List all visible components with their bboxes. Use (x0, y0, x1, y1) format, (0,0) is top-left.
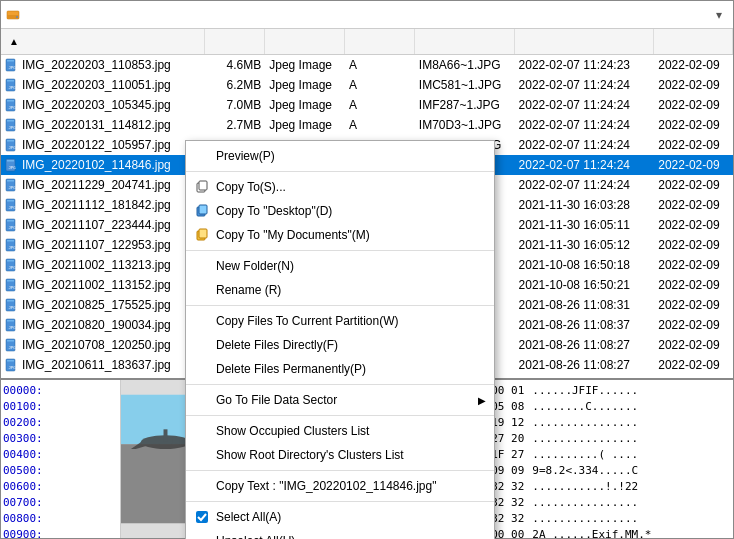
cell-name: JPG IMG_20211002_113213.jpg (1, 258, 205, 272)
hex-ascii: ........C....... (532, 400, 638, 413)
hex-addresses: 00000:00100:00200:00300:00400:00500:0060… (1, 380, 121, 538)
menu-label: Show Root Directory's Clusters List (216, 448, 404, 462)
drive-icon (5, 7, 21, 23)
menu-item-rename[interactable]: Rename (R) (186, 278, 494, 302)
table-row[interactable]: JPG IMG_20220131_114812.jpg 2.7MB Jpeg I… (1, 115, 733, 135)
col-header-size[interactable] (205, 29, 265, 54)
table-row[interactable]: JPG IMG_20220203_105345.jpg 7.0MB Jpeg I… (1, 95, 733, 115)
cell-modifytime: 2021-08-26 11:08:31 (515, 298, 655, 312)
svg-text:JPG: JPG (8, 225, 16, 230)
file-icon: JPG (5, 58, 19, 72)
file-icon: JPG (5, 98, 19, 112)
cell-size: 2.7MB (205, 118, 265, 132)
hex-address-row: 00200: (3, 414, 118, 430)
hex-address: 00700: (3, 496, 48, 509)
context-menu: Preview(P)Copy To(S)...Copy To "Desktop"… (185, 140, 495, 539)
menu-label: Delete Files Permanently(P) (216, 362, 366, 376)
table-row[interactable]: JPG IMG_20220203_110051.jpg 6.2MB Jpeg I… (1, 75, 733, 95)
menu-label: Go To File Data Sector (216, 393, 337, 407)
svg-rect-28 (7, 220, 14, 222)
col-header-filetype[interactable] (265, 29, 345, 54)
hex-address: 00300: (3, 432, 48, 445)
cell-createtime: 2022-02-09 (654, 178, 733, 192)
cell-filetype: Jpeg Image (265, 78, 345, 92)
file-icon: JPG (5, 238, 19, 252)
cell-createtime: 2022-02-09 (654, 338, 733, 352)
file-icon: JPG (5, 338, 19, 352)
menu-icon (194, 148, 210, 164)
svg-text:JPG: JPG (8, 265, 16, 270)
col-header-shortname[interactable] (415, 29, 515, 54)
menu-label: Copy Text : "IMG_20220102_114846.jpg" (216, 479, 436, 493)
menu-item-copyfiles[interactable]: Copy Files To Current Partition(W) (186, 309, 494, 333)
svg-text:JPG: JPG (8, 65, 16, 70)
cell-name: JPG IMG_20210708_120250.jpg (1, 338, 205, 352)
cell-name: JPG IMG_20220203_110051.jpg (1, 78, 205, 92)
menu-item-copytext[interactable]: Copy Text : "IMG_20220102_114846.jpg" (186, 474, 494, 498)
svg-rect-46 (7, 340, 14, 342)
filename: IMG_20220131_114812.jpg (22, 118, 171, 132)
cell-modifytime: 2021-08-26 11:08:37 (515, 318, 655, 332)
menu-icon (194, 179, 210, 195)
menu-separator (186, 415, 494, 416)
menu-icon (194, 337, 210, 353)
svg-text:JPG: JPG (8, 305, 16, 310)
file-icon: JPG (5, 158, 19, 172)
menu-item-newfolder[interactable]: New Folder(N) (186, 254, 494, 278)
hex-address-row: 00600: (3, 478, 118, 494)
hex-ascii: ................ (532, 512, 638, 525)
svg-rect-37 (7, 280, 14, 282)
svg-text:JPG: JPG (8, 285, 16, 290)
cell-size: 4.6MB (205, 58, 265, 72)
menu-item-preview[interactable]: Preview(P) (186, 144, 494, 168)
svg-rect-40 (7, 300, 14, 302)
cell-createtime: 2022-02-09 (654, 318, 733, 332)
cell-createtime: 2022-02-09 (654, 298, 733, 312)
menu-item-copyto[interactable]: Copy To(S)... (186, 175, 494, 199)
cell-createtime: 2022-02-09 (654, 218, 733, 232)
cell-shortname: IMC581~1.JPG (415, 78, 515, 92)
menu-item-deletedirect[interactable]: Delete Files Directly(F) (186, 333, 494, 357)
menu-separator (186, 384, 494, 385)
hex-address-row: 00100: (3, 398, 118, 414)
col-header-createtime[interactable] (654, 29, 733, 54)
svg-rect-65 (199, 181, 207, 190)
menu-item-unselectall[interactable]: Unselect All(U) (186, 529, 494, 539)
filename: IMG_20210708_120250.jpg (22, 338, 171, 352)
path-bar: ▾ (1, 1, 733, 29)
svg-text:JPG: JPG (8, 325, 16, 330)
menu-item-showroot[interactable]: Show Root Directory's Clusters List (186, 443, 494, 467)
menu-label: Copy Files To Current Partition(W) (216, 314, 399, 328)
menu-label: Preview(P) (216, 149, 275, 163)
path-dropdown-button[interactable]: ▾ (709, 8, 729, 22)
menu-item-copytodocuments[interactable]: Copy To "My Documents"(M) (186, 223, 494, 247)
menu-item-selectall[interactable]: Select All(A) (186, 505, 494, 529)
menu-label: Copy To "Desktop"(D) (216, 204, 332, 218)
table-row[interactable]: JPG IMG_20220203_110853.jpg 4.6MB Jpeg I… (1, 55, 733, 75)
filename: IMG_20220203_110853.jpg (22, 58, 171, 72)
svg-text:JPG: JPG (8, 145, 16, 150)
column-headers: ▲ (1, 29, 733, 55)
hex-address-row: 00900: (3, 526, 118, 538)
filename: IMG_20211107_223444.jpg (22, 218, 171, 232)
hex-address: 00400: (3, 448, 48, 461)
menu-item-gotofiledatasector[interactable]: Go To File Data Sector▶ (186, 388, 494, 412)
svg-text:JPG: JPG (8, 105, 16, 110)
filename: IMG_20211112_181842.jpg (22, 198, 171, 212)
col-header-name[interactable]: ▲ (1, 29, 205, 54)
hex-ascii: ......JFIF...... (532, 384, 638, 397)
menu-label: Copy To "My Documents"(M) (216, 228, 370, 242)
svg-rect-10 (7, 100, 14, 102)
menu-item-copytodesktop[interactable]: Copy To "Desktop"(D) (186, 199, 494, 223)
menu-item-deleteperm[interactable]: Delete Files Permanently(P) (186, 357, 494, 381)
col-header-modifytime[interactable] (515, 29, 655, 54)
menu-icon (194, 258, 210, 274)
menu-item-showoccupied[interactable]: Show Occupied Clusters List (186, 419, 494, 443)
hex-ascii: ...........!.!22 (532, 480, 638, 493)
col-header-attribute[interactable] (345, 29, 415, 54)
file-icon: JPG (5, 118, 19, 132)
svg-text:JPG: JPG (8, 345, 16, 350)
menu-label: Delete Files Directly(F) (216, 338, 338, 352)
svg-rect-70 (196, 511, 208, 523)
cell-modifytime: 2022-02-07 11:24:24 (515, 158, 655, 172)
